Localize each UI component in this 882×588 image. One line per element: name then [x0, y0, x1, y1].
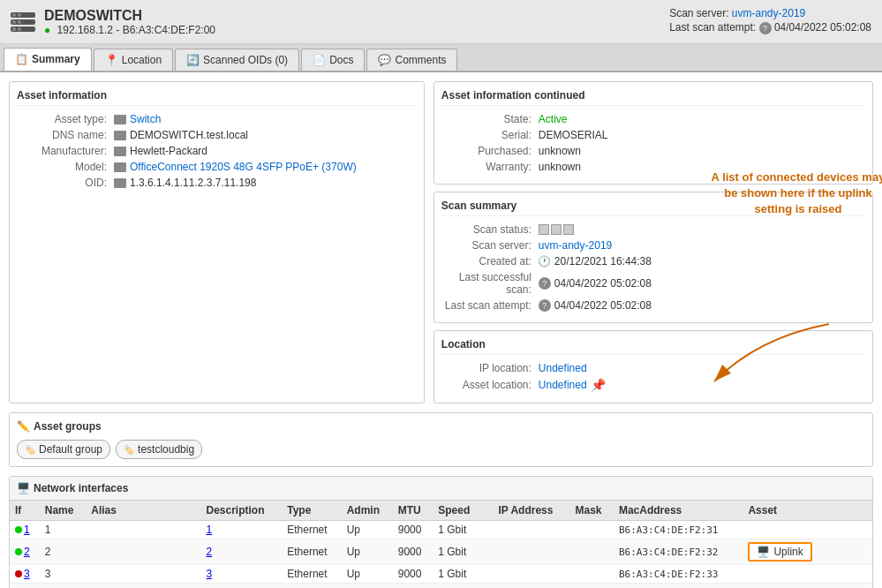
asset-cell: 🖥️ Uplink: [743, 539, 872, 565]
mtu-cell: 9000: [393, 521, 433, 539]
desc-link[interactable]: 1: [206, 524, 212, 536]
mac-address: B6:A3:C4:DE:F2:32: [619, 547, 719, 558]
desc-link[interactable]: 3: [206, 568, 212, 580]
scan-server-info-row: Scan server: uvm-andy-2019: [441, 239, 865, 252]
table-row: 4 4 4 Ethernet Up 9000 1 Gbit B6:A3:C4:D…: [10, 584, 872, 589]
model-icon: [114, 162, 126, 172]
callout-text: A list of connected devices may be shown…: [705, 170, 882, 218]
row-status-dot: [15, 526, 22, 533]
speed-cell: 1 Gbit: [433, 521, 493, 539]
if-cell: 4: [10, 584, 40, 589]
last-scan-attempt-question-icon[interactable]: ?: [539, 299, 551, 312]
asset-groups-title: ✏️ Asset groups: [17, 420, 865, 433]
header-scan-info: Scan server: uvm-andy-2019 Last scan att…: [669, 7, 871, 36]
scan-status-value: [539, 224, 574, 235]
name-cell: 1: [40, 521, 87, 539]
purchased-value: unknown: [539, 145, 581, 157]
created-at-value: 🕐 20/12/2021 16:44:38: [539, 255, 652, 268]
if-link[interactable]: 2: [24, 546, 30, 558]
mask-cell: [569, 539, 613, 565]
purchased-row: Purchased: unknown: [441, 145, 865, 157]
table-row: 3 3 3 Ethernet Up 9000 1 Gbit B6:A3:C4:D…: [10, 565, 872, 584]
desc-link[interactable]: 2: [206, 546, 212, 558]
scan-server-info-link[interactable]: uvm-andy-2019: [539, 239, 612, 252]
interfaces-table: If Name Alias Description Type Admin MTU…: [10, 501, 872, 588]
tag-testcloudbig-icon: 🏷️: [124, 445, 134, 455]
name-cell: 2: [40, 539, 87, 565]
tab-summary[interactable]: 📋 Summary: [4, 48, 92, 71]
description-cell: 1: [200, 521, 282, 539]
status-box-1: [539, 224, 549, 235]
dns-label: DNS name:: [17, 129, 114, 141]
speed-cell: 1 Gbit: [433, 565, 493, 584]
asset-type-link[interactable]: Switch: [130, 113, 161, 125]
if-link[interactable]: 1: [24, 524, 30, 536]
header-device-info: DEMOSWITCH ● 192.168.1.2 - B6:A3:C4:DE:F…: [44, 8, 215, 36]
manufacturer-row: Manufacturer: Hewlett-Packard: [17, 145, 417, 157]
manufacturer-icon: [114, 147, 126, 156]
dns-name-row: DNS name: DEMOSWITCH.test.local: [17, 129, 417, 141]
location-icon: 📍: [105, 54, 118, 66]
row-status-dot: [15, 548, 22, 555]
manufacturer-value: Hewlett-Packard: [114, 145, 207, 157]
mask-cell: [569, 584, 613, 589]
tab-location[interactable]: 📍 Location: [94, 49, 173, 71]
network-interfaces-panel: 🖥️ Network interfaces If Name Alias Desc…: [9, 476, 873, 588]
col-header-type: Type: [282, 501, 341, 521]
mac-cell: B6:A3:C4:DE:F2:34: [614, 584, 743, 589]
page-header: DEMOSWITCH ● 192.168.1.2 - B6:A3:C4:DE:F…: [0, 0, 882, 44]
group-tag-default-label: Default group: [39, 443, 102, 456]
last-successful-question-icon[interactable]: ?: [539, 277, 551, 290]
device-title: DEMOSWITCH: [44, 8, 215, 24]
uplink-button[interactable]: 🖥️ Uplink: [748, 542, 811, 562]
scan-server-info-value: uvm-andy-2019: [539, 239, 612, 252]
last-scan-question-icon[interactable]: ?: [759, 22, 772, 34]
purchased-label: Purchased:: [441, 145, 539, 157]
if-cell: 1: [10, 521, 40, 539]
speed-cell: 1 Gbit: [433, 584, 493, 589]
asset-location-value: Undefined 📌: [539, 378, 606, 392]
warranty-value: unknown: [539, 161, 581, 173]
if-cell: 3: [10, 565, 40, 584]
mtu-cell: 9000: [393, 565, 433, 584]
oid-icon: [114, 178, 126, 188]
serial-row: Serial: DEMOSERIAL: [441, 129, 865, 141]
status-box-3: [563, 224, 574, 235]
mtu-cell: 9000: [393, 539, 433, 565]
admin-cell: Up: [342, 539, 393, 565]
last-scan-attempt-row: Last scan attempt: ? 04/04/2022 05:02:08: [441, 299, 865, 312]
last-scan-attempt-label: Last scan attempt:: [441, 299, 539, 312]
tab-docs[interactable]: 📄 Docs: [301, 49, 365, 71]
scan-status-row: Scan status:: [441, 223, 865, 236]
scan-server-link[interactable]: uvm-andy-2019: [732, 7, 805, 19]
group-tag-testcloudbig[interactable]: 🏷️ testcloudbig: [116, 440, 202, 459]
header-left: DEMOSWITCH ● 192.168.1.2 - B6:A3:C4:DE:F…: [11, 8, 215, 36]
col-header-admin: Admin: [342, 501, 393, 521]
asset-type-label: Asset type:: [17, 113, 114, 125]
mac-cell: B6:A3:C4:DE:F2:33: [614, 565, 743, 584]
name-cell: 4: [40, 584, 87, 589]
last-scan-row: Last scan attempt: ? 04/04/2022 05:02:08: [669, 21, 871, 34]
ip-location-link[interactable]: Undefined: [539, 362, 587, 374]
tab-scanned-oids[interactable]: 🔄 Scanned OIDs (0): [175, 49, 299, 71]
table-header-row: If Name Alias Description Type Admin MTU…: [10, 501, 872, 521]
asset-location-link[interactable]: Undefined: [539, 379, 587, 391]
last-scan-attempt-value: ? 04/04/2022 05:02:08: [539, 299, 652, 312]
alias-cell: [86, 565, 200, 584]
tab-bar: 📋 Summary 📍 Location 🔄 Scanned OIDs (0) …: [0, 44, 882, 72]
status-dot: ●: [44, 24, 50, 36]
row-status-dot: [15, 570, 22, 577]
if-link[interactable]: 3: [24, 568, 30, 580]
warranty-label: Warranty:: [441, 161, 539, 173]
monitor-icon: 🖥️: [757, 546, 770, 558]
col-header-alias: Alias: [86, 501, 200, 521]
model-link[interactable]: OfficeConnect 1920S 48G 4SFP PPoE+ (370W…: [130, 161, 357, 173]
group-tag-testcloudbig-label: testcloudbig: [138, 443, 194, 456]
oid-value: 1.3.6.1.4.1.11.2.3.7.11.198: [114, 177, 256, 189]
oid-label: OID:: [17, 177, 114, 189]
tab-comments[interactable]: 💬 Comments: [366, 49, 457, 71]
type-cell: Ethernet: [282, 565, 341, 584]
col-header-if: If: [10, 501, 40, 521]
group-tag-default[interactable]: 🏷️ Default group: [17, 440, 110, 459]
dns-value: DEMOSWITCH.test.local: [114, 129, 248, 141]
